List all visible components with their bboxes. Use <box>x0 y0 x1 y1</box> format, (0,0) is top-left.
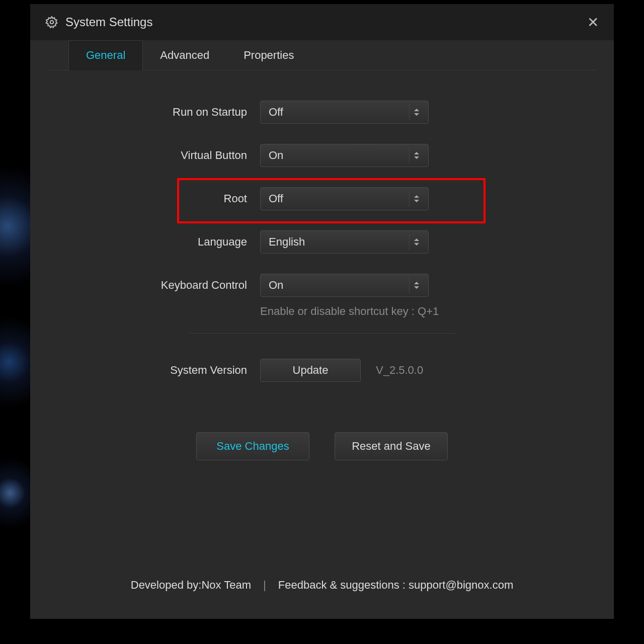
gear-icon <box>45 16 58 29</box>
select-startup-value: Off <box>269 106 283 119</box>
spinner-icon <box>409 191 423 207</box>
select-startup[interactable]: Off <box>260 101 429 124</box>
select-keyboard-value: On <box>269 279 283 292</box>
settings-window: System Settings ✕ General Advanced Prope… <box>30 4 614 619</box>
select-root-value: Off <box>269 192 283 205</box>
svg-point-0 <box>50 21 54 24</box>
spinner-icon <box>409 147 423 164</box>
select-root[interactable]: Off <box>260 187 429 210</box>
version-text: V_2.5.0.0 <box>376 364 423 377</box>
update-button[interactable]: Update <box>260 359 361 382</box>
label-virtual-button: Virtual Button <box>30 149 260 162</box>
label-startup: Run on Startup <box>30 106 260 119</box>
row-root: Root Off <box>30 187 614 210</box>
label-root: Root <box>30 192 260 205</box>
row-virtual-button: Virtual Button On <box>30 144 614 167</box>
keyboard-hint: Enable or disable shortcut key : Q+1 <box>260 305 614 318</box>
close-icon[interactable]: ✕ <box>582 11 604 34</box>
select-virtual-button-value: On <box>269 149 283 162</box>
row-system-version: System Version Update V_2.5.0.0 <box>30 359 614 382</box>
tab-properties[interactable]: Properties <box>226 41 311 70</box>
reset-and-save-button[interactable]: Reset and Save <box>335 432 448 460</box>
label-keyboard: Keyboard Control <box>30 279 260 292</box>
footer-dev: Developed by:Nox Team <box>131 579 251 592</box>
spinner-icon <box>409 234 423 250</box>
row-language: Language English <box>30 230 614 254</box>
save-changes-button[interactable]: Save Changes <box>196 432 309 460</box>
footer: Developed by:Nox Team | Feedback & sugge… <box>60 579 584 592</box>
row-startup: Run on Startup Off <box>30 101 614 124</box>
row-keyboard: Keyboard Control On <box>30 274 614 297</box>
window-title: System Settings <box>65 15 152 29</box>
spinner-icon <box>409 277 423 293</box>
tab-bar: General Advanced Properties <box>48 40 596 70</box>
select-keyboard[interactable]: On <box>260 274 429 297</box>
titlebar: System Settings ✕ <box>30 4 614 40</box>
select-language[interactable]: English <box>260 230 429 254</box>
divider <box>189 333 455 334</box>
spinner-icon <box>409 104 423 120</box>
footer-feedback: Feedback & suggestions : support@bignox.… <box>278 579 513 592</box>
select-virtual-button[interactable]: On <box>260 144 429 167</box>
tab-general[interactable]: General <box>68 40 143 70</box>
action-row: Save Changes Reset and Save <box>30 432 614 460</box>
footer-separator: | <box>263 579 266 592</box>
select-language-value: English <box>269 235 305 249</box>
label-language: Language <box>30 235 260 249</box>
settings-content: Run on Startup Off Virtual Button On Roo… <box>30 70 614 619</box>
label-system-version: System Version <box>30 364 260 377</box>
tab-advanced[interactable]: Advanced <box>143 41 226 70</box>
